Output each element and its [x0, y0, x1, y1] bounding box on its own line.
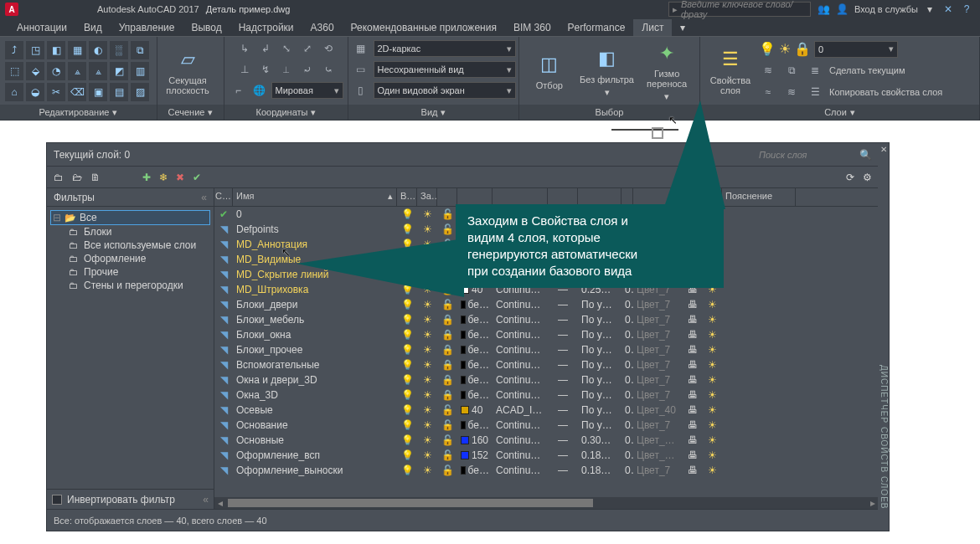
- layerstate-icon[interactable]: 🗎: [90, 172, 101, 183]
- layer-props-button[interactable]: ☰ Свойства слоя: [705, 41, 756, 101]
- tool-icon[interactable]: ▤: [110, 83, 128, 101]
- layer-row[interactable]: ◥Блоки_прочее💡☀🔒бе…Continu…—По у…0Цвет_7…: [214, 342, 879, 357]
- ucs-icon[interactable]: ⌐: [230, 81, 248, 100]
- tool-icon[interactable]: ▣: [89, 83, 107, 101]
- tool-icon[interactable]: ⟁: [68, 62, 86, 80]
- ribbon-tab[interactable]: Performance: [560, 19, 634, 36]
- exchange-icon[interactable]: ✕: [941, 3, 955, 16]
- set-current-icon[interactable]: ✔: [193, 172, 201, 183]
- new-layer-filter-icon[interactable]: 🗀: [54, 172, 64, 183]
- ribbon-tab-overflow[interactable]: ▾: [672, 19, 694, 36]
- search-input[interactable]: Введите ключевое слово/фразу: [668, 2, 811, 17]
- panel-caption-edit[interactable]: Редактирование ▾: [0, 105, 157, 120]
- layer-row[interactable]: ◥Блоки_окна💡☀🔒бе…Continu…—По у…0Цвет_7🖶☀: [214, 327, 879, 342]
- ribbon-tab[interactable]: Рекомендованные приложения: [343, 19, 505, 36]
- layer-tool-icon[interactable]: ≋: [759, 61, 777, 80]
- ucs-combo[interactable]: Мировая: [271, 82, 343, 99]
- visual-style-icon[interactable]: ▦: [352, 39, 370, 58]
- layer-search-input[interactable]: Поиск слоя: [756, 147, 856, 162]
- layer-tool-icon[interactable]: ⧉: [782, 61, 801, 80]
- ucs-icon[interactable]: ↯: [256, 60, 275, 79]
- tool-icon[interactable]: ⌫: [68, 83, 86, 101]
- make-current-button[interactable]: Сделать текущим: [829, 65, 905, 75]
- dropdown-icon[interactable]: ▾: [923, 3, 936, 16]
- user-icon[interactable]: 👤: [836, 3, 849, 16]
- visual-style-combo[interactable]: 2D-каркас: [374, 40, 516, 57]
- ucs-icon[interactable]: ↲: [256, 39, 275, 58]
- filter-tree-root[interactable]: ⊟📂Все: [50, 210, 210, 225]
- tool-icon[interactable]: ◒: [26, 83, 44, 101]
- viewport-combo[interactable]: Один видовой экран: [374, 82, 516, 99]
- layer-row[interactable]: ◥Оформление_всп💡☀🔓152Continu…—0.18…0Цвет…: [214, 448, 879, 463]
- layer-row[interactable]: ◥Оформление_выноски💡☀🔓бе…Continu…—0.18…0…: [214, 463, 879, 478]
- ucs-icon[interactable]: ⤢: [298, 39, 317, 58]
- panel-caption-section[interactable]: Сечение ▾: [157, 105, 224, 120]
- layer-tool-icon[interactable]: ≣: [806, 61, 824, 80]
- invert-checkbox[interactable]: [52, 495, 62, 505]
- tool-icon[interactable]: ⟁: [89, 62, 107, 80]
- tool-icon[interactable]: ◔: [47, 62, 65, 80]
- viewport-icon[interactable]: ▯: [352, 81, 370, 100]
- tool-icon[interactable]: ⤴: [5, 41, 23, 59]
- panel-caption-layers[interactable]: Слои ▾: [700, 105, 979, 120]
- tool-icon[interactable]: ✂: [47, 83, 65, 101]
- filter-button[interactable]: ◫ Отбор: [524, 41, 575, 101]
- ribbon-tab[interactable]: Управление: [111, 19, 183, 36]
- layer-row[interactable]: ◥Блоки_двери💡☀🔓бе…Continu…—По у…0Цвет_7🖶…: [214, 297, 879, 312]
- panel-caption-coords[interactable]: Координаты ▾: [224, 105, 348, 120]
- ribbon-tab[interactable]: A360: [302, 19, 343, 36]
- new-group-filter-icon[interactable]: 🗁: [72, 172, 82, 183]
- tool-icon[interactable]: ◐: [89, 41, 107, 59]
- filter-tree-item[interactable]: 🗀Прочие: [50, 265, 210, 279]
- layer-row[interactable]: ◥Окна и двери_3D💡☀🔒бе…Continu…—По у…0Цве…: [214, 372, 879, 387]
- tool-icon[interactable]: ⬙: [26, 62, 44, 80]
- login-button[interactable]: Вход в службы: [854, 4, 918, 14]
- help-icon[interactable]: ?: [960, 3, 973, 16]
- tool-icon[interactable]: ▨: [131, 83, 149, 101]
- layer-row[interactable]: ◥Основание💡☀🔓бе…Continu…—По у…0Цвет_7🖶☀: [214, 418, 879, 433]
- ucs-icon[interactable]: ↳: [235, 39, 254, 58]
- layer-row[interactable]: ◥Основные💡☀🔓160Continu…—0.30…0Цвет_1…🖶☀: [214, 433, 879, 448]
- tool-icon[interactable]: ◳: [26, 41, 44, 59]
- tool-icon[interactable]: ◩: [110, 62, 128, 80]
- tool-icon[interactable]: ⌂: [5, 83, 23, 101]
- new-layer-icon[interactable]: ✚: [142, 172, 151, 183]
- copy-layer-props-button[interactable]: Копировать свойства слоя: [829, 87, 942, 97]
- saved-view-icon[interactable]: ▭: [352, 60, 370, 79]
- layer-row[interactable]: ◥Окна_3D💡☀🔒бе…Continu…—По у…0Цвет_7🖶☀: [214, 387, 879, 403]
- collapse-filters-icon[interactable]: «: [201, 192, 207, 203]
- refresh-icon[interactable]: ⟳: [846, 172, 854, 183]
- layer-row[interactable]: ◥Блоки_мебель💡☀🔒бе…Continu…—По у…0Цвет_7…: [214, 312, 879, 327]
- ribbon-tab[interactable]: Надстройки: [230, 19, 302, 36]
- ribbon-tab[interactable]: Вывод: [183, 19, 230, 36]
- hscrollbar[interactable]: ◂▸: [214, 497, 879, 509]
- layer-tool-icon[interactable]: ≋: [782, 83, 801, 101]
- ribbon-tab[interactable]: Аннотации: [8, 19, 75, 36]
- ribbon-tab[interactable]: BIM 360: [505, 19, 560, 36]
- nofilter-button[interactable]: ◧ Без фильтра▾: [578, 41, 637, 101]
- ribbon-tab[interactable]: Лист: [633, 19, 672, 36]
- filter-tree-item[interactable]: 🗀Блоки: [50, 225, 210, 239]
- collapse-bottom-icon[interactable]: «: [203, 494, 209, 506]
- tool-icon[interactable]: ▦: [68, 41, 86, 59]
- filter-tree-item[interactable]: 🗀Стены и перегородки: [50, 279, 210, 292]
- ucs-icon[interactable]: ⤿: [319, 60, 338, 79]
- saved-view-combo[interactable]: Несохраненный вид: [374, 61, 516, 78]
- layer-tool-icon[interactable]: ☰: [806, 83, 824, 101]
- layer-combo[interactable]: 0: [814, 41, 898, 58]
- delete-layer-icon[interactable]: ✖: [176, 172, 184, 183]
- freeze-layer-icon[interactable]: ❄: [159, 172, 168, 183]
- ucs-icon[interactable]: ⤡: [277, 39, 296, 58]
- app-menu[interactable]: [0, 0, 92, 18]
- search-icon[interactable]: 🔍: [859, 149, 872, 161]
- tool-icon[interactable]: ⧉: [131, 41, 149, 59]
- filter-tree-item[interactable]: 🗀Все используемые слои: [50, 239, 210, 252]
- panel-caption-view[interactable]: Вид ▾: [348, 105, 518, 120]
- ucs-icon[interactable]: ⤾: [298, 60, 317, 79]
- palette-grip[interactable]: ✕ ДИСПЕТЧЕР СВОЙСТВ СЛОЕВ: [878, 142, 890, 531]
- infocenter-icon[interactable]: 👥: [818, 3, 831, 16]
- ribbon-tab[interactable]: Вид: [75, 19, 111, 36]
- world-icon[interactable]: 🌐: [250, 81, 269, 100]
- close-icon[interactable]: ✕: [880, 145, 887, 154]
- ucs-icon[interactable]: ⊥: [235, 60, 254, 79]
